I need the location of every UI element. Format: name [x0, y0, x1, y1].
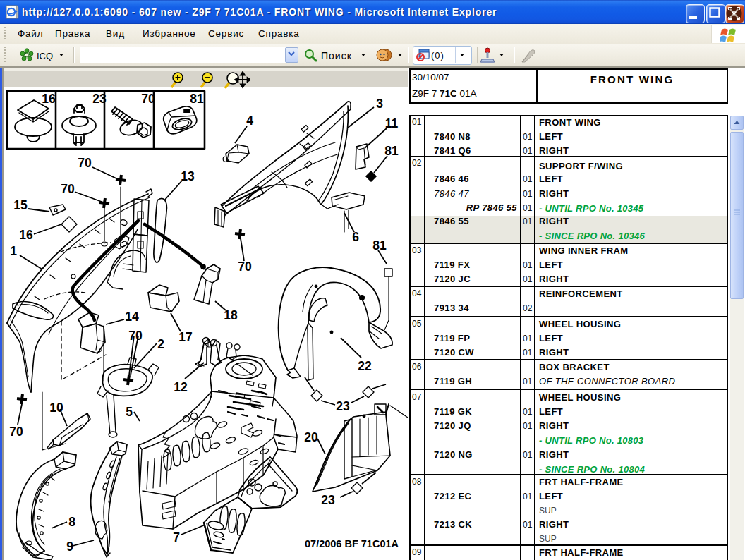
svg-text:4: 4	[246, 114, 253, 128]
svg-text:5: 5	[126, 405, 133, 419]
svg-text:70: 70	[238, 260, 252, 274]
svg-text:23: 23	[336, 399, 350, 413]
svg-text:23: 23	[321, 493, 335, 507]
svg-text:1: 1	[10, 244, 17, 258]
svg-text:22: 22	[358, 359, 372, 373]
svg-text:6: 6	[352, 230, 359, 244]
svg-text:81: 81	[384, 144, 399, 158]
svg-text:70: 70	[61, 182, 75, 196]
svg-text:11: 11	[385, 116, 399, 130]
svg-text:3: 3	[376, 97, 383, 111]
svg-text:8: 8	[68, 515, 75, 529]
svg-text:15: 15	[13, 198, 28, 212]
svg-text:70: 70	[78, 156, 92, 170]
svg-text:70: 70	[9, 425, 23, 439]
svg-text:2: 2	[157, 337, 164, 351]
svg-text:70: 70	[141, 92, 155, 106]
svg-text:23: 23	[92, 92, 107, 106]
svg-text:20: 20	[304, 430, 318, 444]
svg-text:12: 12	[174, 380, 188, 394]
svg-text:70: 70	[128, 329, 143, 343]
svg-text:16: 16	[42, 92, 56, 106]
svg-text:10: 10	[49, 401, 63, 415]
svg-text:14: 14	[125, 310, 139, 324]
svg-text:81: 81	[372, 238, 387, 252]
svg-text:07/2006 BF 71C01A: 07/2006 BF 71C01A	[305, 538, 399, 549]
svg-text:7: 7	[173, 530, 180, 544]
svg-text:18: 18	[224, 308, 238, 322]
svg-text:16: 16	[19, 228, 33, 242]
svg-text:9: 9	[66, 540, 73, 554]
svg-text:13: 13	[181, 169, 195, 183]
svg-text:17: 17	[178, 330, 192, 344]
svg-text:81: 81	[190, 92, 204, 106]
